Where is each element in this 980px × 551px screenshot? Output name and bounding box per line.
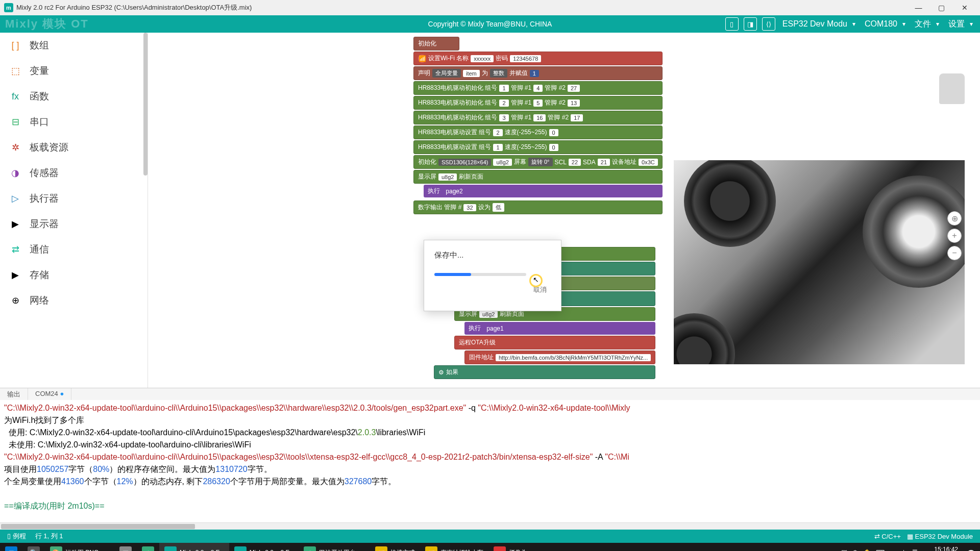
port-select[interactable]: COM180 (863, 19, 908, 29)
maximize-button[interactable]: ▢ (930, 0, 953, 15)
category-label: 板载资源 (30, 141, 68, 154)
category-label: 传感器 (30, 166, 59, 180)
category-icon: fx (9, 90, 21, 103)
sidebar-item-9[interactable]: ▶存储 (0, 262, 148, 288)
taskbar-item-1[interactable]: 🔍 (22, 543, 45, 551)
com-tab[interactable]: COM24 (28, 388, 71, 400)
init-block[interactable]: 初始化 (413, 37, 459, 51)
app-icon: m (4, 3, 13, 12)
logo-ghost: Mixly 模块 OT (5, 16, 89, 32)
tray-icon[interactable]: 中 (901, 549, 907, 552)
windows-taskbar: ⊞🔍🎨运动图.PNG - ...▦◐mMixly 2.0 rc2 F...mMi… (0, 543, 980, 551)
exec-page1-block[interactable]: 执行 page1 (464, 322, 655, 335)
zoom-out-button[interactable]: − (947, 246, 962, 260)
category-label: 通信 (30, 243, 49, 256)
tray-icon[interactable]: ☁ (830, 549, 836, 552)
board-select[interactable]: ESP32 Dev Modu (780, 19, 857, 29)
motor-init-block[interactable]: HR8833电机驱动初始化 组号 1 管脚 #1 4 管脚 #2 27 (413, 81, 663, 95)
console-tabs: 输出 COM24 (0, 388, 980, 400)
tray-icon[interactable]: ▲ (890, 549, 896, 552)
category-icon: ▶ (9, 269, 21, 281)
status-cursor: 行 1, 列 1 (35, 532, 63, 541)
category-icon: ▷ (9, 192, 21, 205)
backpack-icon[interactable] (939, 73, 965, 104)
category-icon: ⊟ (9, 116, 21, 128)
sidebar-item-4[interactable]: ✲板载资源 (0, 135, 148, 160)
taskbar-item-10[interactable]: ●摄像头 (488, 543, 532, 551)
display-refresh-block[interactable]: 显示屏 u8g2 刷新页面 (413, 170, 663, 184)
sidebar-item-8[interactable]: ⇄通信 (0, 237, 148, 262)
tray-icon[interactable]: ⚙ (852, 549, 858, 552)
digital-out-block[interactable]: 数字输出 管脚 # 32 设为 低 (413, 201, 663, 214)
taskbar-item-8[interactable]: 📁快捷方式 (370, 543, 420, 551)
category-label: 函数 (30, 90, 49, 103)
exec-page-block[interactable]: 执行 page2 (424, 185, 663, 197)
blockly-workspace[interactable]: 初始化 📶 设置Wi-Fi 名称 xxxxxx 密码 12345678 声明 全… (148, 33, 980, 388)
category-label: 串口 (30, 115, 49, 129)
sidebar-item-5[interactable]: ◑传感器 (0, 160, 148, 186)
console-output[interactable]: "C:\\Mixly2.0-win32-x64-update-tool\\ard… (0, 400, 980, 522)
motor-init-block[interactable]: HR8833电机驱动初始化 组号 3 管脚 #1 16 管脚 #2 17 (413, 111, 663, 124)
sidebar-item-3[interactable]: ⊟串口 (0, 109, 148, 135)
taskbar-item-6[interactable]: mMixly 2.0 rc2 F... (229, 543, 299, 551)
motor-speed-block[interactable]: HR8833电机驱动设置 组号 2 速度(-255~255) 0 (413, 126, 663, 139)
taskbar-item-5[interactable]: mMixly 2.0 rc2 F... (159, 543, 229, 551)
taskbar-item-4[interactable]: ◐ (137, 543, 159, 551)
motor-speed-block[interactable]: HR8833电机驱动设置 组号 1 速度(-255~255) 0 (413, 140, 663, 154)
sidebar-scrollbar[interactable] (143, 33, 148, 176)
taskbar-item-9[interactable]: 📁麦克纳姆轮小车 (420, 543, 488, 551)
status-example[interactable]: ▯ 例程 (7, 532, 26, 541)
toolbar-icon-1[interactable]: ▯ (725, 17, 739, 31)
motor-init-block[interactable]: HR8833电机驱动初始化 组号 2 管脚 #1 5 管脚 #2 13 (413, 96, 663, 110)
sidebar-item-2[interactable]: fx函数 (0, 84, 148, 109)
category-label: 数组 (30, 39, 49, 52)
firmware-url-block[interactable]: 固件地址 http://bin.bemfa.com/b/3BcNjRkMmY5M… (464, 350, 655, 364)
category-icon: [ ] (9, 39, 21, 52)
category-icon: ⬚ (9, 65, 21, 77)
tray-icon[interactable]: ⌨ (876, 549, 885, 552)
zoom-in-button[interactable]: + (947, 229, 962, 243)
console-h-scrollbar[interactable] (0, 522, 980, 530)
mouse-cursor: ↖ (531, 276, 541, 286)
sidebar-item-7[interactable]: ▶显示器 (0, 211, 148, 237)
camera-preview: ⊕ + − (674, 160, 965, 364)
output-tab[interactable]: 输出 (0, 388, 28, 400)
window-title: Mixly 2.0 rc2 For Arduino ESP32 (C:\User… (16, 3, 252, 12)
oled-init-block[interactable]: 初始化 SSD1306(128×64) u8g2 屏幕 旋转 0° SCL22 … (413, 155, 663, 169)
taskbar-item-3[interactable]: ▦ (114, 543, 137, 551)
taskbar-item-7[interactable]: ◐巴法开放平台 -... (299, 543, 370, 551)
category-icon: ▶ (9, 218, 21, 230)
minimize-button[interactable]: — (907, 0, 930, 15)
progress-bar (434, 273, 526, 276)
toolbar-icon-3[interactable]: ⟨⟩ (762, 17, 775, 31)
window-titlebar: m Mixly 2.0 rc2 For Arduino ESP32 (C:\Us… (0, 0, 980, 15)
sidebar-item-10[interactable]: ⊕网络 (0, 288, 148, 313)
close-button[interactable]: ✕ (953, 0, 976, 15)
category-label: 存储 (30, 268, 49, 282)
category-icon: ✲ (9, 141, 21, 154)
modal-title: 保存中... (434, 251, 551, 260)
taskbar-item-0[interactable]: ⊞ (0, 543, 22, 551)
status-lang: ⇄ C/C++ (874, 533, 901, 540)
category-label: 执行器 (30, 192, 59, 205)
tray-icon[interactable]: ☰ (912, 549, 918, 552)
settings-menu[interactable]: 设置 (946, 19, 975, 30)
sidebar-item-0[interactable]: [ ]数组 (0, 33, 148, 58)
if-block-2[interactable]: ⚙ 如果 (434, 365, 655, 379)
file-menu[interactable]: 文件 (913, 19, 941, 30)
sidebar-item-6[interactable]: ▷执行器 (0, 186, 148, 211)
category-icon: ⇄ (9, 243, 21, 256)
toolbar-icon-2[interactable]: ◨ (744, 17, 757, 31)
declare-block[interactable]: 声明 全局变量 item 为 整数 并赋值 1 (413, 66, 663, 80)
category-label: 网络 (30, 294, 49, 307)
status-bar: ▯ 例程 行 1, 列 1 ⇄ C/C++ ▦ ESP32 Dev Module (0, 530, 980, 543)
sidebar-item-1[interactable]: ⬚变量 (0, 58, 148, 84)
tray-icon[interactable]: 🔔 (863, 549, 871, 552)
status-board: ▦ ESP32 Dev Module (907, 533, 973, 540)
ota-block[interactable]: 远程OTA升级 (454, 336, 655, 349)
tray-icon[interactable]: 🛡 (841, 549, 847, 552)
wifi-block[interactable]: 📶 设置Wi-Fi 名称 xxxxxx 密码 12345678 (413, 52, 663, 65)
taskbar-item-2[interactable]: 🎨运动图.PNG - ... (45, 543, 114, 551)
zoom-target-button[interactable]: ⊕ (947, 211, 962, 226)
taskbar-clock[interactable]: 15:16:422022-07-05 (923, 546, 962, 551)
